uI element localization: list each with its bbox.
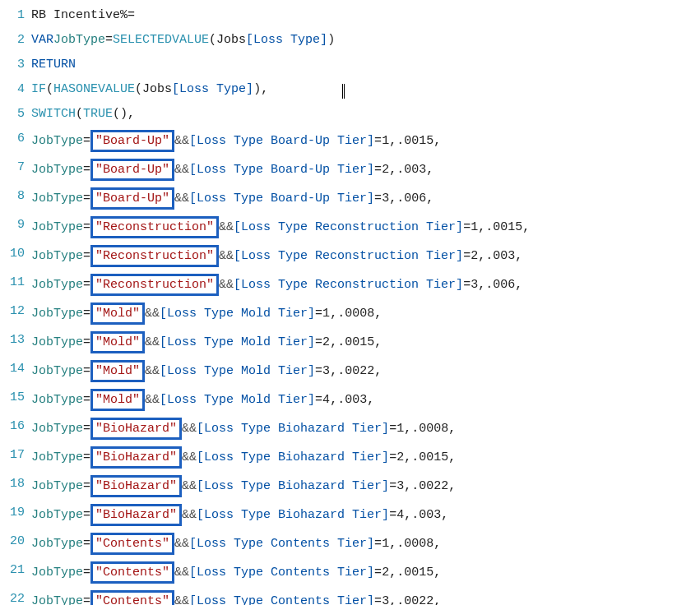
string-literal: "BioHazard" <box>95 506 177 524</box>
func-true: TRUE <box>83 105 113 122</box>
operator-and: && <box>145 363 160 380</box>
operator-and: && <box>182 420 197 437</box>
highlight-box: "BioHazard" <box>90 418 182 440</box>
column-ref: [Loss Type Mold Tier] <box>160 334 315 351</box>
code-content: JobType= "Contents" &&[Loss Type Content… <box>31 561 441 584</box>
equals: = <box>389 478 396 495</box>
column-ref: [Loss Type Biohazard Tier] <box>197 478 389 495</box>
highlight-box: "BioHazard" <box>90 475 182 497</box>
highlight-box: "Board-Up" <box>90 187 174 210</box>
code-line: 6JobType= "Board-Up" &&[Loss Type Board-… <box>2 127 698 155</box>
string-literal: "Contents" <box>95 593 169 605</box>
equals: = <box>83 305 90 322</box>
func-switch: SWITCH <box>31 105 76 122</box>
string-literal: "BioHazard" <box>95 478 177 495</box>
variable-name: JobType <box>53 31 105 48</box>
equals: = <box>83 535 90 552</box>
equals: = <box>389 420 396 437</box>
equals: = <box>374 190 382 207</box>
rate-value: .0008 <box>411 420 448 437</box>
rate-value: .006 <box>485 276 515 293</box>
equals: = <box>83 506 90 524</box>
line-number: 16 <box>2 418 31 435</box>
variable-name: JobType <box>31 132 83 150</box>
dax-code-editor[interactable]: 1RB Incentive% =2VAR JobType= SELECTEDVA… <box>2 3 698 605</box>
variable-name: JobType <box>31 391 83 409</box>
line-number: 6 <box>2 130 31 147</box>
tier-value: 1 <box>396 420 404 437</box>
rate-value: .0022 <box>337 363 374 380</box>
equals: = <box>463 247 471 265</box>
string-literal: "Contents" <box>95 564 169 581</box>
code-line: 20JobType= "Contents" &&[Loss Type Conte… <box>2 529 698 558</box>
operator-and: && <box>145 334 160 351</box>
code-content: JobType= "Reconstruction" &&[Loss Type R… <box>31 245 522 267</box>
string-literal: "Mold" <box>95 334 140 351</box>
code-content: IF( HASONEVALUE( Jobs[Loss Type]), <box>31 81 345 98</box>
column-ref: [Loss Type Biohazard Tier] <box>197 449 389 466</box>
equals: = <box>389 449 396 466</box>
rate-value: .003 <box>337 391 367 409</box>
line-number: 17 <box>2 446 31 464</box>
equals: = <box>463 219 471 236</box>
column-ref: [Loss Type] <box>246 31 327 48</box>
code-content: JobType= "Board-Up" &&[Loss Type Board-U… <box>31 159 433 181</box>
string-literal: "Board-Up" <box>95 161 169 178</box>
column-ref: [Loss Type Reconstruction Tier] <box>234 219 463 236</box>
operator-and: && <box>174 190 189 207</box>
code-content: JobType= "Mold" &&[Loss Type Mold Tier]=… <box>31 360 382 382</box>
equals: = <box>83 276 90 293</box>
operator-and: && <box>174 535 189 552</box>
operator-and: && <box>174 161 189 178</box>
code-content: JobType= "Contents" &&[Loss Type Content… <box>31 590 441 605</box>
variable-name: JobType <box>31 535 83 552</box>
code-content: JobType= "Reconstruction" &&[Loss Type R… <box>31 216 530 238</box>
code-line: 21JobType= "Contents" &&[Loss Type Conte… <box>2 558 698 587</box>
tier-value: 3 <box>471 276 478 293</box>
string-literal: "Reconstruction" <box>95 276 214 293</box>
tier-value: 1 <box>382 132 389 150</box>
line-number: 4 <box>2 81 31 98</box>
code-content: VAR JobType= SELECTEDVALUE(Jobs[Loss Typ… <box>31 31 335 48</box>
code-line: 14JobType= "Mold" &&[Loss Type Mold Tier… <box>2 357 698 386</box>
code-content: RETURN <box>31 56 76 73</box>
code-line: 3RETURN <box>2 53 698 77</box>
code-content: JobType= "Board-Up" &&[Loss Type Board-U… <box>31 130 441 152</box>
line-number: 5 <box>2 105 31 122</box>
code-content: JobType= "BioHazard" &&[Loss Type Biohaz… <box>31 418 456 440</box>
string-literal: "Mold" <box>95 391 140 409</box>
code-line: 8JobType= "Board-Up" &&[Loss Type Board-… <box>2 184 698 213</box>
highlight-box: "BioHazard" <box>90 504 182 526</box>
highlight-box: "Reconstruction" <box>90 274 219 296</box>
operator-and: && <box>174 593 189 605</box>
rate-value: .006 <box>396 190 426 207</box>
operator-and: && <box>174 564 189 581</box>
tier-value: 3 <box>322 363 330 380</box>
tier-value: 2 <box>322 334 330 351</box>
rate-value: .0008 <box>337 305 374 322</box>
rate-value: .0015 <box>396 564 433 581</box>
variable-name: JobType <box>31 593 83 605</box>
code-line: 5SWITCH( TRUE(), <box>2 102 698 127</box>
code-content: JobType= "Mold" &&[Loss Type Mold Tier]=… <box>31 389 374 411</box>
variable-name: JobType <box>31 363 83 380</box>
column-ref: [Loss Type Biohazard Tier] <box>197 420 389 437</box>
line-number: 9 <box>2 216 31 233</box>
tier-value: 1 <box>382 535 389 552</box>
equals: = <box>127 7 135 24</box>
line-number: 21 <box>2 561 31 579</box>
variable-name: JobType <box>31 276 83 293</box>
string-literal: "BioHazard" <box>95 449 177 466</box>
highlight-box: "Board-Up" <box>90 159 174 181</box>
variable-name: JobType <box>31 305 83 322</box>
variable-name: JobType <box>31 420 83 437</box>
equals: = <box>374 564 382 581</box>
operator-and: && <box>174 132 189 150</box>
rate-value: .003 <box>396 161 426 178</box>
equals: = <box>83 132 90 150</box>
variable-name: JobType <box>31 564 83 581</box>
code-line: 12JobType= "Mold" &&[Loss Type Mold Tier… <box>2 299 698 328</box>
string-literal: "Board-Up" <box>95 132 169 150</box>
equals: = <box>83 190 90 207</box>
code-line: 1RB Incentive% = <box>2 3 698 28</box>
